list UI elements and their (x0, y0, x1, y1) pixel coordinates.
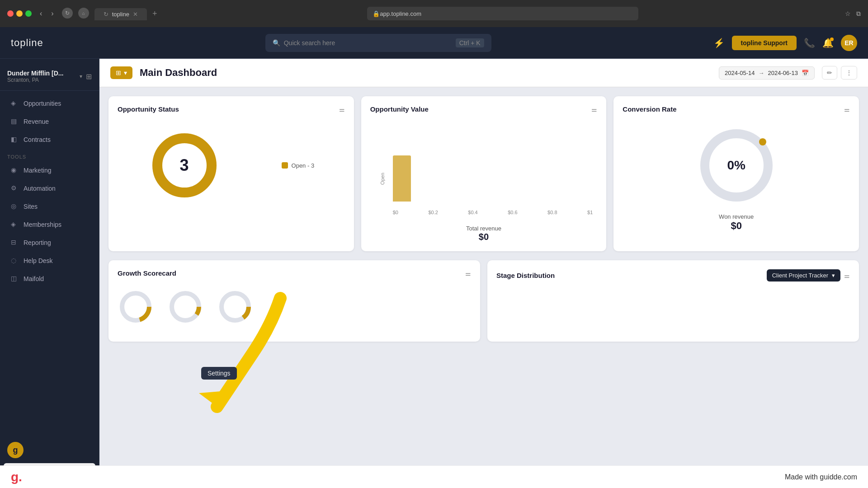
growth-mini-charts (118, 284, 471, 329)
svg-point-5 (172, 293, 199, 320)
app-layout: Dunder Mifflin [D... Scranton, PA ▾ ⊞ ◈ … (0, 59, 868, 488)
mini-chart-2 (167, 289, 203, 325)
won-revenue: Won revenue $0 (719, 213, 754, 232)
more-options-button[interactable]: ⋮ (841, 66, 857, 80)
chevron-down-icon: ▾ (80, 73, 82, 80)
x-axis-labels: $0 $0.2 $0.4 $0.6 $0.8 $1 (393, 210, 593, 215)
won-revenue-label: Won revenue (719, 213, 754, 220)
dashboard-title: Main Dashboard (140, 67, 712, 79)
widget-opportunity-value: Opportunity Value ⚌ Open $0 $0.2 (361, 96, 607, 251)
company-name: Dunder Mifflin [D... (7, 70, 63, 77)
widget-growth-scorecard: Growth Scorecard ⚌ (108, 260, 480, 342)
sidebar-item-label: Marketing (24, 167, 51, 174)
mini-chart-3 (217, 289, 253, 325)
filter-icon-stage[interactable]: ⚌ (844, 272, 850, 279)
browser-dots (7, 10, 32, 17)
guidde-logo-text: g. (11, 470, 22, 484)
legend-label-open: Open - 3 (292, 162, 315, 169)
widget-header-conversion-rate: Conversion Rate ⚌ (623, 105, 850, 113)
legend-item-open: Open - 3 (282, 162, 315, 169)
sidebar-item-opportunities[interactable]: ◈ Opportunities (4, 95, 95, 112)
search-icon: 🔍 (273, 39, 280, 47)
avatar[interactable]: ER (841, 35, 857, 51)
sidebar-item-automation[interactable]: ⚙ Automation (4, 180, 95, 197)
widget-title-conversion-rate: Conversion Rate (623, 105, 676, 113)
search-bar[interactable]: 🔍 Quick search here Ctrl + K (265, 34, 491, 52)
sidebar-item-reporting[interactable]: ⊟ Reporting (4, 234, 95, 251)
filter-icon-growth[interactable]: ⚌ (465, 270, 471, 277)
helpdesk-icon: ◌ (11, 257, 19, 265)
bar-chart-area (393, 125, 593, 202)
x-label-2: $0.4 (468, 210, 477, 215)
sidebar-item-label: Contracts (24, 136, 51, 143)
conversion-chart-container: 0% Won revenue $0 (623, 120, 850, 236)
total-revenue-label: Total revenue (370, 225, 598, 232)
x-label-5: $1 (587, 210, 593, 215)
home-button[interactable]: ⌂ (78, 8, 89, 19)
edit-button[interactable]: ✏ (822, 66, 837, 80)
widget-header-opportunity-status: Opportunity Status ⚌ (118, 105, 345, 113)
sidebar-item-sites[interactable]: ◎ Sites (4, 198, 95, 215)
notification-dot (830, 38, 834, 41)
sidebar-item-label: Reporting (24, 239, 51, 246)
sidebar-item-label: Memberships (24, 221, 61, 228)
company-selector[interactable]: Dunder Mifflin [D... Scranton, PA ▾ ⊞ (0, 66, 99, 91)
browser-tab[interactable]: ↻ topline ✕ (94, 8, 147, 20)
browser-tab-close[interactable]: ✕ (133, 11, 138, 18)
dashboard-view-toggle[interactable]: ⊞ ▾ (110, 66, 132, 79)
sidebar-item-helpdesk[interactable]: ◌ Help Desk (4, 252, 95, 269)
address-text: app.topline.com (380, 10, 421, 17)
widget-title-opportunity-value: Opportunity Value (370, 105, 429, 113)
browser-tab-reload: ↻ (104, 11, 108, 18)
sidebar-item-contracts[interactable]: ◧ Contracts (4, 131, 95, 148)
back-button[interactable]: ‹ (37, 8, 45, 19)
filter-icon-opportunity-status[interactable]: ⚌ (339, 106, 345, 113)
address-bar[interactable]: 🔒 app.topline.com (367, 7, 638, 20)
minimize-dot[interactable] (16, 10, 23, 17)
sidebar-item-maifold[interactable]: ◫ Maifold (4, 270, 95, 287)
bar-1 (393, 155, 411, 202)
phone-icon-button[interactable]: 📞 (804, 38, 815, 48)
x-label-4: $0.8 (547, 210, 557, 215)
layout-toggle-button[interactable]: ⊞ (86, 72, 92, 81)
maximize-dot[interactable] (25, 10, 32, 17)
sidebar-item-memberships[interactable]: ◈ Memberships (4, 216, 95, 233)
filter-icon-opportunity-value[interactable]: ⚌ (591, 106, 597, 113)
sidebar-item-label: Opportunities (24, 100, 61, 107)
g-icon: g (7, 442, 24, 458)
date-arrow-icon: → (759, 70, 764, 76)
dropdown-label: Client Project Tracker (772, 272, 828, 279)
sidebar-item-marketing[interactable]: ◉ Marketing (4, 162, 95, 179)
gauge-chart: 0% (696, 125, 777, 206)
extensions-icon[interactable]: ⧉ (856, 10, 861, 18)
client-project-tracker-dropdown[interactable]: Client Project Tracker ▾ (767, 269, 840, 282)
filter-icon-conversion-rate[interactable]: ⚌ (844, 106, 850, 113)
marketing-icon: ◉ (11, 166, 19, 174)
sites-icon: ◎ (11, 202, 19, 211)
y-axis-label: Open (380, 173, 385, 185)
close-dot[interactable] (7, 10, 14, 17)
date-range[interactable]: 2024-05-14 → 2024-06-13 📅 (719, 66, 815, 80)
sidebar-item-revenue[interactable]: ▤ Revenue (4, 113, 95, 130)
sidebar: Dunder Mifflin [D... Scranton, PA ▾ ⊞ ◈ … (0, 59, 99, 488)
browser-nav: ‹ › ↻ ⌂ (37, 8, 89, 19)
new-tab-button[interactable]: + (149, 7, 161, 20)
widget-header-growth: Growth Scorecard ⚌ (118, 269, 471, 277)
donut-legend: Open - 3 (282, 162, 315, 169)
company-location: Scranton, PA (7, 77, 63, 83)
dashboard-grid-row1: Opportunity Status ⚌ 3 Open - 3 (99, 87, 868, 260)
star-icon[interactable]: ☆ (845, 10, 851, 17)
lightning-icon-button[interactable]: ⚡ (713, 38, 725, 48)
sidebar-item-label: Automation (24, 185, 56, 192)
tools-label: Tools (0, 149, 99, 161)
opportunity-value-chart: Open $0 $0.2 $0.4 $0.6 $0.8 $1 (370, 120, 598, 220)
browser-tab-area: ↻ topline ✕ + (94, 7, 161, 20)
support-button[interactable]: topline Support (732, 36, 797, 50)
guidde-footer: g. Made with guidde.com (0, 465, 868, 488)
notification-bell-button[interactable]: 🔔 (822, 38, 834, 48)
browser-chrome: ‹ › ↻ ⌂ ↻ topline ✕ + 🔒 app.topline.com … (0, 0, 868, 27)
reload-button[interactable]: ↻ (62, 8, 73, 19)
widget-title-stage: Stage Distribution (496, 272, 555, 279)
forward-button[interactable]: › (48, 8, 56, 19)
mini-donut-svg-2 (167, 289, 203, 325)
